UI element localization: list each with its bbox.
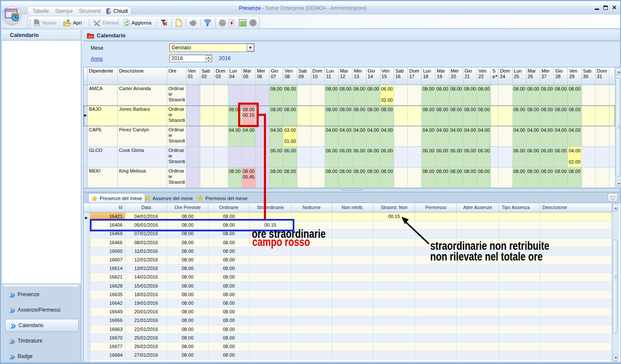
table-cell[interactable] bbox=[373, 334, 415, 343]
day-cell[interactable] bbox=[200, 126, 214, 147]
row-header[interactable]: ▶ bbox=[84, 106, 88, 126]
sidebar-splitter[interactable] bbox=[3, 285, 79, 287]
day-cell[interactable] bbox=[214, 85, 228, 106]
day-cell[interactable]: 06.00 bbox=[422, 147, 435, 167]
day-cell[interactable]: 08.00 bbox=[283, 106, 297, 126]
table-cell[interactable] bbox=[373, 291, 415, 299]
maximize-button[interactable] bbox=[603, 6, 608, 10]
day-cell[interactable]: 08.00 bbox=[422, 167, 435, 188]
table-cell[interactable] bbox=[373, 282, 415, 291]
day-cell[interactable]: 08.00 bbox=[540, 106, 554, 126]
table-cell[interactable]: 21/01/2016 bbox=[125, 316, 167, 325]
table-cell[interactable] bbox=[332, 256, 373, 264]
table-row-header[interactable] bbox=[84, 351, 90, 360]
table-cell[interactable] bbox=[332, 264, 373, 273]
table-cell[interactable] bbox=[540, 308, 612, 316]
table-cell[interactable] bbox=[332, 351, 373, 360]
day-cell[interactable]: 08.00 bbox=[339, 167, 352, 188]
day-cell[interactable] bbox=[499, 106, 512, 126]
table-cell[interactable]: 16628 bbox=[90, 282, 125, 291]
table-cell[interactable]: 04/01/2016 bbox=[125, 212, 167, 221]
table-cell[interactable]: 08.00 bbox=[208, 282, 250, 291]
table-cell[interactable]: 05/01/2016 bbox=[125, 221, 167, 230]
table-cell[interactable] bbox=[291, 273, 332, 282]
table-header-id[interactable]: Id bbox=[90, 203, 125, 212]
table-row-header[interactable] bbox=[84, 299, 90, 308]
col-header-day-20[interactable]: Mer20 bbox=[450, 67, 463, 85]
day-cell[interactable]: 08.00 bbox=[367, 106, 380, 126]
horizontal-splitter[interactable] bbox=[83, 188, 620, 192]
application-orb-button[interactable] bbox=[3, 6, 21, 24]
table-cell[interactable] bbox=[250, 212, 291, 221]
day-cell[interactable] bbox=[394, 126, 408, 147]
table-cell[interactable]: 16406 bbox=[90, 221, 125, 230]
anno-spinner[interactable]: 2016 ▲▼ bbox=[169, 55, 212, 62]
table-cell[interactable] bbox=[457, 308, 499, 316]
table-header-non-retrib-[interactable]: Non retrib. bbox=[332, 203, 373, 212]
table-cell[interactable] bbox=[332, 325, 373, 334]
table-cell[interactable] bbox=[540, 343, 612, 351]
day-cell[interactable]: 08.00 bbox=[228, 106, 242, 126]
table-cell[interactable] bbox=[457, 334, 499, 343]
col-header-day-14[interactable]: Gio14 bbox=[367, 67, 380, 85]
table-cell[interactable] bbox=[250, 334, 291, 343]
table-cell[interactable]: 16621 bbox=[90, 273, 125, 282]
table-header-descrizione[interactable]: Descrizione bbox=[540, 203, 612, 212]
table-cell[interactable]: 08.00 bbox=[208, 230, 250, 238]
table-cell[interactable]: 20/01/2016 bbox=[125, 308, 167, 316]
table-cell[interactable]: 08.00 bbox=[167, 256, 208, 264]
tab-permessi-del-mese[interactable]: Permessi del mese bbox=[194, 193, 251, 203]
table-cell[interactable]: 16649 bbox=[90, 308, 125, 316]
day-cell[interactable]: 08.0000.45 bbox=[242, 167, 256, 188]
col-header-day-1[interactable]: Ven01 bbox=[187, 67, 200, 85]
employee-code[interactable]: CAPE bbox=[88, 126, 118, 147]
table-cell[interactable] bbox=[332, 316, 373, 325]
close-button[interactable]: ✕ bbox=[612, 6, 617, 10]
filter-button[interactable] bbox=[204, 18, 211, 27]
sidebar-item-timbrature[interactable]: Timbrature bbox=[2, 334, 81, 347]
day-cell[interactable] bbox=[187, 147, 200, 167]
day-cell[interactable] bbox=[408, 147, 422, 167]
table-cell[interactable] bbox=[373, 221, 415, 230]
table-cell[interactable] bbox=[540, 291, 612, 299]
table-cell[interactable] bbox=[415, 343, 457, 351]
day-cell[interactable] bbox=[228, 147, 242, 167]
table-cell[interactable] bbox=[540, 239, 612, 247]
employee-code[interactable]: BAJO bbox=[88, 106, 118, 126]
table-cell[interactable] bbox=[499, 299, 540, 308]
aggiorna-button[interactable]: Aggiorna bbox=[124, 18, 151, 27]
menu-tabelle[interactable]: Tabelle bbox=[32, 8, 54, 14]
table-row-header[interactable] bbox=[84, 308, 90, 316]
sidebar-item-calendario[interactable]: Calendario bbox=[5, 319, 79, 332]
day-cell[interactable]: 08.00 bbox=[540, 85, 554, 106]
table-cell[interactable]: 08.00 bbox=[208, 264, 250, 273]
employee-code[interactable]: GLCO bbox=[88, 147, 118, 167]
table-header-tipo-assenza[interactable]: Tipo Assenza bbox=[499, 203, 540, 212]
employee-name[interactable]: King Melissa bbox=[118, 167, 167, 188]
col-header-day-16[interactable]: Sab16 bbox=[394, 67, 408, 85]
table-cell[interactable] bbox=[415, 212, 457, 221]
day-cell[interactable]: 08.00 bbox=[367, 85, 380, 106]
col-header-descrizione[interactable]: Descrizione bbox=[118, 67, 167, 85]
table-cell[interactable] bbox=[457, 299, 499, 308]
day-cell[interactable] bbox=[491, 106, 499, 126]
day-cell[interactable]: 04.00 bbox=[436, 126, 450, 147]
day-cell[interactable]: 04.00 bbox=[352, 126, 366, 147]
day-cell[interactable] bbox=[596, 167, 609, 188]
col-header-day-21[interactable]: Gio21 bbox=[463, 67, 477, 85]
table-row-header[interactable]: ▶ bbox=[84, 212, 90, 221]
table-cell[interactable]: 08.00 bbox=[167, 282, 208, 291]
day-cell[interactable] bbox=[297, 167, 311, 188]
day-cell[interactable]: 08.00 bbox=[568, 106, 581, 126]
table-cell[interactable]: 08.00 bbox=[167, 343, 208, 351]
table-cell[interactable]: 27/01/2016 bbox=[125, 351, 167, 360]
col-header-day-3[interactable]: Dom03 bbox=[214, 67, 228, 85]
table-cell[interactable]: 08.00 bbox=[167, 221, 208, 230]
day-cell[interactable] bbox=[187, 106, 200, 126]
table-cell[interactable] bbox=[415, 308, 457, 316]
day-cell[interactable]: 08.00 bbox=[568, 167, 581, 188]
table-cell[interactable] bbox=[250, 256, 291, 264]
col-header-day-29[interactable]: Ven29 bbox=[568, 67, 581, 85]
day-cell[interactable] bbox=[408, 106, 422, 126]
col-header-day-11[interactable]: Lun11 bbox=[325, 67, 339, 85]
